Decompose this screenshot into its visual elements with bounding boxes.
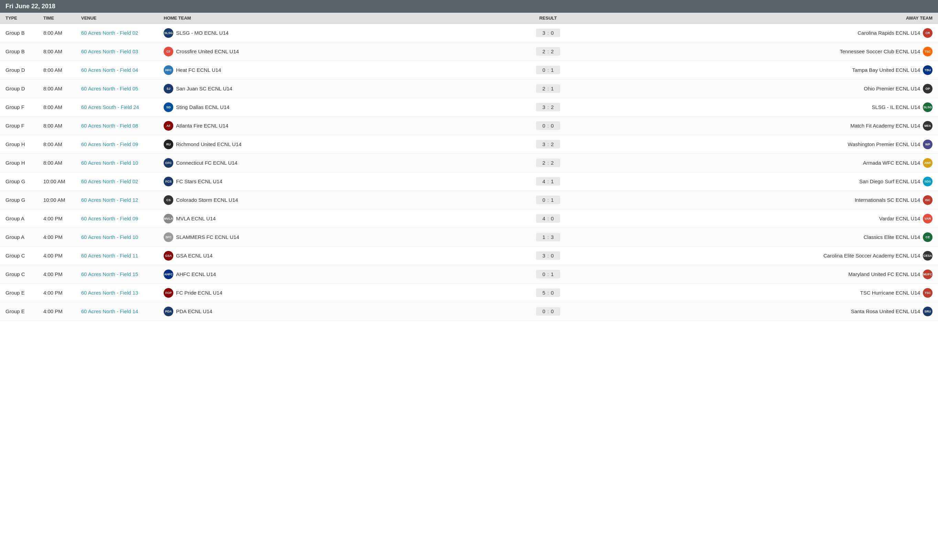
away-team-logo: CE [923, 232, 932, 242]
away-team-logo: TBU [923, 65, 932, 75]
match-type: Group B [6, 48, 43, 54]
match-result: 0 : 0 [524, 307, 572, 315]
match-time: 8:00 AM [43, 30, 81, 36]
match-venue[interactable]: 60 Acres North - Field 03 [81, 48, 164, 54]
result-colon: : [547, 141, 549, 147]
match-venue[interactable]: 60 Acres North - Field 08 [81, 123, 164, 129]
result-away-score: 0 [551, 123, 554, 129]
match-row: Group D 8:00 AM 60 Acres North - Field 0… [0, 61, 938, 79]
match-venue[interactable]: 60 Acres North - Field 12 [81, 197, 164, 203]
home-team-logo: CFC [164, 158, 173, 168]
match-row: Group B 8:00 AM 60 Acres North - Field 0… [0, 24, 938, 42]
match-type: Group F [6, 123, 43, 129]
match-venue[interactable]: 60 Acres North - Field 09 [81, 215, 164, 222]
match-type: Group H [6, 141, 43, 147]
match-result: 1 : 3 [524, 233, 572, 242]
home-team-name: Colorado Storm ECNL U14 [176, 197, 238, 203]
match-home-team: HFC Heat FC ECNL U14 [164, 65, 524, 75]
result-box: 2 : 1 [536, 84, 560, 93]
result-home-score: 1 [543, 234, 545, 240]
away-team-logo: CESA [923, 251, 932, 261]
col-type: TYPE [6, 15, 43, 21]
home-team-logo: SJ [164, 84, 173, 94]
result-box: 5 : 0 [536, 288, 560, 297]
result-away-score: 2 [551, 141, 554, 147]
match-home-team: FCS FC Stars ECNL U14 [164, 177, 524, 186]
match-type: Group C [6, 253, 43, 258]
match-home-team: CS Colorado Storm ECNL U14 [164, 195, 524, 205]
match-home-team: RU Richmond United ECNL U14 [164, 140, 524, 149]
away-team-logo: TSC [923, 288, 932, 298]
result-colon: : [547, 86, 549, 91]
match-away-team: Vardar ECNL U14 VAR [572, 214, 932, 223]
match-venue[interactable]: 60 Acres North - Field 15 [81, 271, 164, 277]
col-time: TIME [43, 15, 81, 21]
away-team-name: Armada WFC ECNL U14 [863, 160, 920, 166]
home-team-logo: AF [164, 121, 173, 131]
result-away-score: 0 [551, 30, 554, 36]
match-venue[interactable]: 60 Acres North - Field 02 [81, 30, 164, 36]
result-away-score: 2 [551, 160, 554, 166]
match-away-team: Classics Elite ECNL U14 CE [572, 232, 932, 242]
result-colon: : [547, 48, 549, 54]
match-time: 4:00 PM [43, 215, 81, 222]
matches-list: Group B 8:00 AM 60 Acres North - Field 0… [0, 24, 938, 321]
match-venue[interactable]: 60 Acres North - Field 13 [81, 290, 164, 295]
result-home-score: 2 [543, 48, 545, 54]
match-row: Group G 10:00 AM 60 Acres North - Field … [0, 172, 938, 191]
match-row: Group H 8:00 AM 60 Acres North - Field 1… [0, 154, 938, 172]
match-venue[interactable]: 60 Acres North - Field 11 [81, 253, 164, 258]
result-box: 0 : 0 [536, 307, 560, 315]
match-venue[interactable]: 60 Acres North - Field 09 [81, 141, 164, 147]
away-team-logo: VAR [923, 214, 932, 223]
result-colon: : [547, 290, 549, 295]
away-team-logo: WP [923, 140, 932, 149]
match-result: 3 : 0 [524, 251, 572, 260]
away-team-name: Washington Premier ECNL U14 [847, 141, 920, 147]
result-colon: : [547, 197, 549, 203]
match-row: Group F 8:00 AM 60 Acres South - Field 2… [0, 98, 938, 117]
match-time: 8:00 AM [43, 123, 81, 129]
result-box: 0 : 1 [536, 195, 560, 204]
match-result: 0 : 1 [524, 66, 572, 74]
result-away-score: 0 [551, 253, 554, 258]
result-home-score: 4 [543, 215, 545, 222]
away-team-logo: CR [923, 28, 932, 38]
match-row: Group G 10:00 AM 60 Acres North - Field … [0, 191, 938, 209]
match-venue[interactable]: 60 Acres North - Field 14 [81, 308, 164, 314]
match-home-team: SD Sting Dallas ECNL U14 [164, 102, 524, 112]
away-team-logo: TSC [923, 47, 932, 56]
result-away-score: 1 [551, 67, 554, 73]
result-away-score: 0 [551, 308, 554, 314]
match-away-team: Tampa Bay United ECNL U14 TBU [572, 65, 932, 75]
result-away-score: 2 [551, 48, 554, 54]
match-result: 4 : 1 [524, 177, 572, 186]
match-venue[interactable]: 60 Acres North - Field 10 [81, 160, 164, 166]
match-row: Group A 4:00 PM 60 Acres North - Field 0… [0, 209, 938, 228]
result-box: 3 : 2 [536, 103, 560, 111]
home-team-logo: RU [164, 140, 173, 149]
match-venue[interactable]: 60 Acres North - Field 04 [81, 67, 164, 73]
col-result: RESULT [524, 15, 572, 21]
result-away-score: 1 [551, 197, 554, 203]
date-header: Fri June 22, 2018 [0, 0, 938, 13]
result-home-score: 0 [543, 67, 545, 73]
home-team-logo: SFC [164, 232, 173, 242]
match-venue[interactable]: 60 Acres North - Field 10 [81, 234, 164, 240]
away-team-logo: ISC [923, 195, 932, 205]
match-away-team: Maryland United FC ECNL U14 MUFC [572, 269, 932, 279]
away-team-logo: MUFC [923, 269, 932, 279]
match-result: 3 : 2 [524, 103, 572, 111]
result-away-score: 1 [551, 86, 554, 91]
match-venue[interactable]: 60 Acres South - Field 24 [81, 104, 164, 110]
match-venue[interactable]: 60 Acres North - Field 05 [81, 86, 164, 91]
away-team-name: SLSG - IL ECNL U14 [872, 104, 920, 110]
match-type: Group F [6, 104, 43, 110]
home-team-logo: MVLA [164, 214, 173, 223]
match-type: Group C [6, 271, 43, 277]
match-result: 3 : 2 [524, 140, 572, 149]
match-venue[interactable]: 60 Acres North - Field 02 [81, 178, 164, 184]
result-home-score: 5 [543, 290, 545, 295]
result-colon: : [547, 67, 549, 73]
match-type: Group B [6, 30, 43, 36]
